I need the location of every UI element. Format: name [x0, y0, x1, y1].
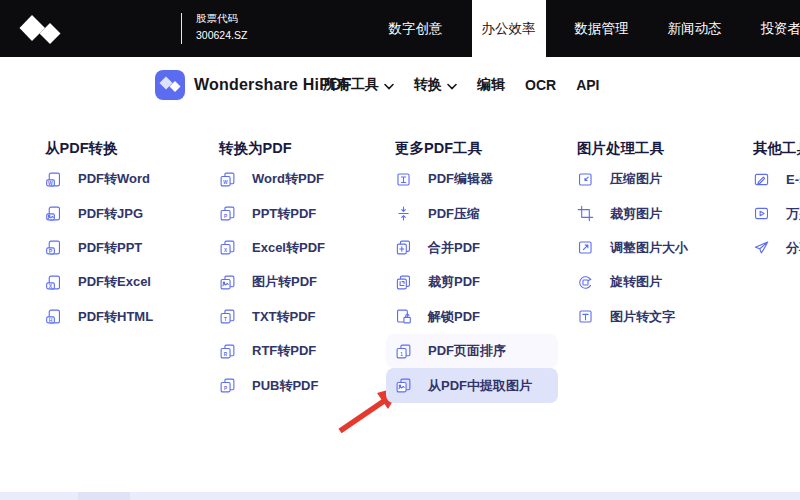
rtf-to-pdf-icon: R [219, 343, 236, 360]
topnav-item-4[interactable]: 新闻动态 [658, 0, 732, 57]
menu-item-signature[interactable]: E-sig [753, 162, 800, 196]
page-sort-icon: 1 [395, 343, 412, 360]
menu-item-video-play[interactable]: 万兴 [753, 196, 800, 230]
wondershare-logo-icon[interactable] [19, 14, 63, 48]
menu-item-pdf-to-jpg[interactable]: PDF转JPG [45, 196, 153, 230]
navbar-links: 所有工具转换编辑OCRAPI [323, 57, 599, 113]
menu-item-ppt-to-pdf[interactable]: PPPT转PDF [219, 196, 325, 230]
menu-item-pdf-to-ppt[interactable]: PPDF转PPT [45, 231, 153, 265]
nav-link-4[interactable]: OCR [525, 77, 556, 93]
pdf-compress-icon [395, 205, 412, 222]
compress-image-icon [577, 171, 594, 188]
topbar: 股票代码 300624.SZ 数字创意办公效率数据管理新闻动态投资者 [0, 0, 800, 57]
menu-item-label: PDF转PPT [78, 239, 142, 257]
menu-item-pub-to-pdf[interactable]: PPUB转PDF [219, 368, 325, 402]
pdf-to-word-icon: W [45, 171, 62, 188]
stock-info: 股票代码 300624.SZ [196, 10, 247, 44]
nav-link-1[interactable]: 所有工具 [323, 76, 394, 94]
chevron-down-icon [384, 77, 394, 93]
menu-item-rotate-image[interactable]: 旋转图片 [577, 265, 688, 299]
nav-link-2[interactable]: 转换 [414, 76, 457, 94]
crop-pdf-icon [395, 274, 412, 291]
menu-item-share-plane[interactable]: 分享 [753, 231, 800, 265]
svg-text:1: 1 [400, 352, 403, 357]
menu-item-crop-image[interactable]: 裁剪图片 [577, 196, 688, 230]
menu-column-title: 其他工具 [753, 141, 800, 156]
page-background-strip [0, 492, 800, 500]
menu-item-pdf-to-html[interactable]: HPDF转HTML [45, 300, 153, 334]
svg-text:P: P [49, 248, 53, 254]
menu-item-label: Word转PDF [252, 170, 324, 188]
menu-item-label: 图片转PDF [252, 273, 317, 291]
menu-item-label: PDF转Excel [78, 273, 151, 291]
pdf-editor-icon [395, 171, 412, 188]
menu-column-5: 其他工具E-sig万兴分享 [753, 141, 800, 265]
menu-item-compress-image[interactable]: 压缩图片 [577, 162, 688, 196]
menu-item-label: 万兴 [786, 205, 800, 223]
menu-column-title: 转换为PDF [219, 141, 325, 156]
menu-item-label: 裁剪PDF [428, 273, 480, 291]
menu-item-excel-to-pdf[interactable]: XExcel转PDF [219, 231, 325, 265]
menu-item-label: 从PDF中提取图片 [428, 377, 532, 395]
svg-text:T: T [224, 317, 227, 322]
menu-item-resize-image[interactable]: 调整图片大小 [577, 231, 688, 265]
menu-item-rtf-to-pdf[interactable]: RRTF转PDF [219, 334, 325, 368]
signature-icon [753, 171, 770, 188]
svg-text:W: W [223, 180, 228, 185]
menu-item-label: PUB转PDF [252, 377, 318, 395]
menu-item-txt-to-pdf[interactable]: TTXT转PDF [219, 300, 325, 334]
menu-item-word-to-pdf[interactable]: WWord转PDF [219, 162, 325, 196]
menu-item-page-sort[interactable]: 1PDF页面排序 [386, 334, 558, 368]
megamenu: 更多工具 >> 从PDF转换WPDF转WordPDF转JPGPPDF转PPTXP… [0, 113, 800, 492]
unlock-pdf-icon [395, 308, 412, 325]
menu-item-label: PDF转HTML [78, 308, 153, 326]
topnav-item-3[interactable]: 数据管理 [565, 0, 639, 57]
menu-item-crop-pdf[interactable]: 裁剪PDF [395, 265, 558, 299]
nav-link-3[interactable]: 编辑 [477, 76, 505, 94]
topnav-item-2[interactable]: 办公效率 [472, 0, 546, 61]
menu-item-pdf-to-excel[interactable]: XPDF转Excel [45, 265, 153, 299]
nav-link-5[interactable]: API [576, 77, 599, 93]
menu-column-3: 更多PDF工具PDF编辑器PDF压缩合并PDF裁剪PDF解锁PDF1PDF页面排… [395, 141, 558, 403]
menu-item-label: PDF编辑器 [428, 170, 493, 188]
menu-item-label: 合并PDF [428, 239, 480, 257]
menu-item-unlock-pdf[interactable]: 解锁PDF [395, 300, 558, 334]
menu-item-label: TXT转PDF [252, 308, 316, 326]
menu-item-extract-image[interactable]: 从PDF中提取图片 [386, 368, 558, 402]
menu-item-pdf-editor[interactable]: PDF编辑器 [395, 162, 558, 196]
menu-column-title: 更多PDF工具 [395, 141, 558, 156]
menu-item-label: PDF转JPG [78, 205, 143, 223]
menu-column-1: 从PDF转换WPDF转WordPDF转JPGPPDF转PPTXPDF转Excel… [45, 141, 153, 334]
menu-item-merge-pdf[interactable]: 合并PDF [395, 231, 558, 265]
ppt-to-pdf-icon: P [219, 205, 236, 222]
word-to-pdf-icon: W [219, 171, 236, 188]
menu-item-image-to-pdf[interactable]: 图片转PDF [219, 265, 325, 299]
svg-text:X: X [49, 283, 53, 289]
menu-item-label: 图片转文字 [610, 308, 675, 326]
excel-to-pdf-icon: X [219, 239, 236, 256]
menu-item-label: E-sig [786, 172, 800, 187]
menu-item-pdf-to-word[interactable]: WPDF转Word [45, 162, 153, 196]
nav-link-label: 所有工具 [323, 76, 379, 94]
image-to-text-icon [577, 308, 594, 325]
menu-item-image-to-text[interactable]: 图片转文字 [577, 300, 688, 334]
svg-text:P: P [224, 386, 227, 391]
pdf-to-excel-icon: X [45, 274, 62, 291]
topbar-divider [181, 13, 182, 44]
hipdf-logo-icon [155, 70, 185, 100]
topnav-item-5[interactable]: 投资者 [751, 0, 800, 57]
menu-item-label: 旋转图片 [610, 273, 662, 291]
menu-item-label: 分享 [786, 239, 800, 257]
svg-text:P: P [224, 214, 227, 219]
svg-text:H: H [49, 317, 53, 323]
menu-item-pdf-compress[interactable]: PDF压缩 [395, 196, 558, 230]
menu-item-label: 压缩图片 [610, 170, 662, 188]
menu-item-label: PDF转Word [78, 170, 150, 188]
image-to-pdf-icon [219, 274, 236, 291]
topnav-item-1[interactable]: 数字创意 [379, 0, 453, 57]
nav-link-label: OCR [525, 77, 556, 93]
share-plane-icon [753, 239, 770, 256]
chevron-down-icon [447, 77, 457, 93]
menu-column-4: 图片处理工具压缩图片裁剪图片调整图片大小旋转图片图片转文字 [577, 141, 688, 334]
video-play-icon [753, 205, 770, 222]
